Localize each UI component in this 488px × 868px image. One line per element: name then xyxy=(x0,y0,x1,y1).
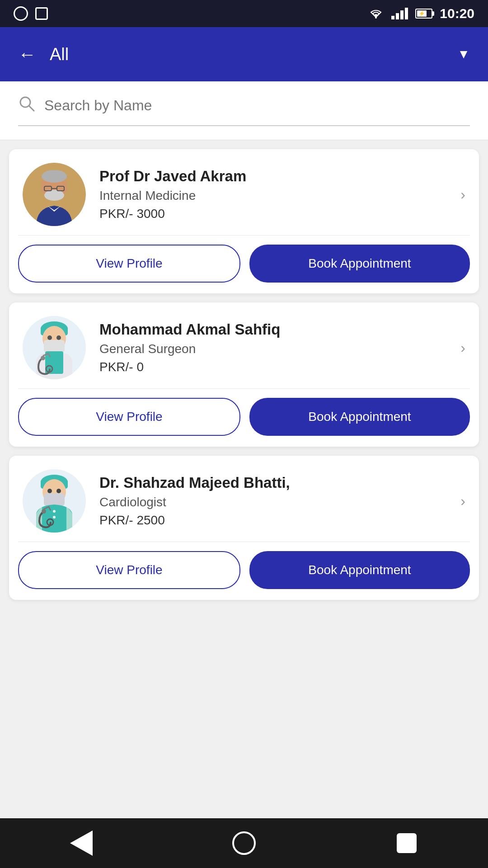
doctor-info-2: Mohammad Akmal Sahfiq General Surgeon PK… xyxy=(9,302,479,388)
doctor-avatar-1 xyxy=(23,163,86,226)
card-actions-3: View Profile Book Appointment xyxy=(9,542,479,600)
nav-home-icon xyxy=(232,831,256,855)
svg-point-26 xyxy=(42,509,46,514)
doctor-name-1: Prof Dr Javed Akram xyxy=(99,168,447,185)
svg-point-27 xyxy=(53,510,56,513)
doctor-fee-1: PKR/- 3000 xyxy=(99,207,447,221)
doctors-list: Prof Dr Javed Akram Internal Medicine PK… xyxy=(0,140,488,818)
svg-rect-22 xyxy=(44,493,65,506)
doctor-illustration-2 xyxy=(25,316,84,379)
doctor-specialty-3: Cardiologist xyxy=(99,495,447,509)
doctor-details-2: Mohammad Akmal Sahfiq General Surgeon PK… xyxy=(99,321,447,374)
doctor-photo-1 xyxy=(23,163,86,226)
search-icon xyxy=(18,95,35,116)
search-input[interactable] xyxy=(44,97,470,114)
svg-point-0 xyxy=(375,17,377,19)
svg-point-28 xyxy=(53,516,56,519)
svg-point-18 xyxy=(41,356,45,360)
signal-icon xyxy=(391,8,408,19)
doctor-specialty-2: General Surgeon xyxy=(99,342,447,356)
svg-point-15 xyxy=(56,335,61,340)
book-appointment-button-1[interactable]: Book Appointment xyxy=(249,245,470,283)
status-left-icons xyxy=(14,6,48,21)
doctor-avatar-2 xyxy=(23,316,86,379)
wifi-icon xyxy=(368,7,384,20)
nav-back-button[interactable] xyxy=(68,830,95,857)
battery-icon: ⚡ xyxy=(415,9,432,19)
view-profile-button-2[interactable]: View Profile xyxy=(18,398,240,436)
status-icon-square xyxy=(35,7,48,20)
chevron-right-icon-3[interactable]: › xyxy=(460,493,465,509)
doctor-card-2: Mohammad Akmal Sahfiq General Surgeon PK… xyxy=(9,302,479,447)
doctor-info-1: Prof Dr Javed Akram Internal Medicine PK… xyxy=(9,149,479,235)
doctor-details-1: Prof Dr Javed Akram Internal Medicine PK… xyxy=(99,168,447,221)
search-container xyxy=(0,81,488,140)
status-bar: ⚡ 10:20 xyxy=(0,0,488,27)
search-box xyxy=(18,95,470,126)
svg-point-23 xyxy=(47,489,52,493)
doctor-avatar-3 xyxy=(23,469,86,533)
back-button[interactable]: ← xyxy=(18,45,36,63)
time-display: 10:20 xyxy=(440,6,474,21)
status-icon-circle xyxy=(14,6,28,21)
svg-line-2 xyxy=(29,106,34,111)
svg-rect-13 xyxy=(44,340,65,353)
nav-home-button[interactable] xyxy=(230,830,258,857)
svg-point-6 xyxy=(44,190,64,201)
doctor-fee-3: PKR/- 2500 xyxy=(99,513,447,528)
card-actions-2: View Profile Book Appointment xyxy=(9,389,479,447)
doctor-details-3: Dr. Shahzad Majeed Bhatti, Cardiologist … xyxy=(99,474,447,528)
chevron-right-icon-2[interactable]: › xyxy=(460,340,465,356)
status-right-info: ⚡ 10:20 xyxy=(368,6,474,21)
doctor-card-1: Prof Dr Javed Akram Internal Medicine PK… xyxy=(9,149,479,293)
chevron-right-icon-1[interactable]: › xyxy=(460,186,465,203)
doctor-specialty-1: Internal Medicine xyxy=(99,189,447,203)
svg-rect-16 xyxy=(45,351,63,374)
doctor-info-3: Dr. Shahzad Majeed Bhatti, Cardiologist … xyxy=(9,456,479,542)
nav-recent-icon xyxy=(397,833,417,853)
view-profile-button-1[interactable]: View Profile xyxy=(18,245,240,283)
doctor-name-3: Dr. Shahzad Majeed Bhatti, xyxy=(99,474,447,491)
card-actions-1: View Profile Book Appointment xyxy=(9,236,479,293)
page-title: All xyxy=(50,45,444,64)
bottom-navigation xyxy=(0,818,488,868)
dropdown-arrow-icon[interactable]: ▼ xyxy=(457,47,470,61)
view-profile-button-3[interactable]: View Profile xyxy=(18,551,240,589)
page-header: ← All ▼ xyxy=(0,27,488,81)
doctor-card-3: Dr. Shahzad Majeed Bhatti, Cardiologist … xyxy=(9,456,479,600)
nav-recent-button[interactable] xyxy=(393,830,420,857)
doctor-illustration-3 xyxy=(25,469,84,533)
svg-point-14 xyxy=(47,335,52,340)
book-appointment-button-3[interactable]: Book Appointment xyxy=(249,551,470,589)
nav-back-icon xyxy=(70,830,93,856)
svg-point-24 xyxy=(56,489,61,493)
doctor-fee-2: PKR/- 0 xyxy=(99,360,447,374)
book-appointment-button-2[interactable]: Book Appointment xyxy=(249,398,470,436)
doctor-name-2: Mohammad Akmal Sahfiq xyxy=(99,321,447,338)
svg-point-5 xyxy=(42,170,67,183)
